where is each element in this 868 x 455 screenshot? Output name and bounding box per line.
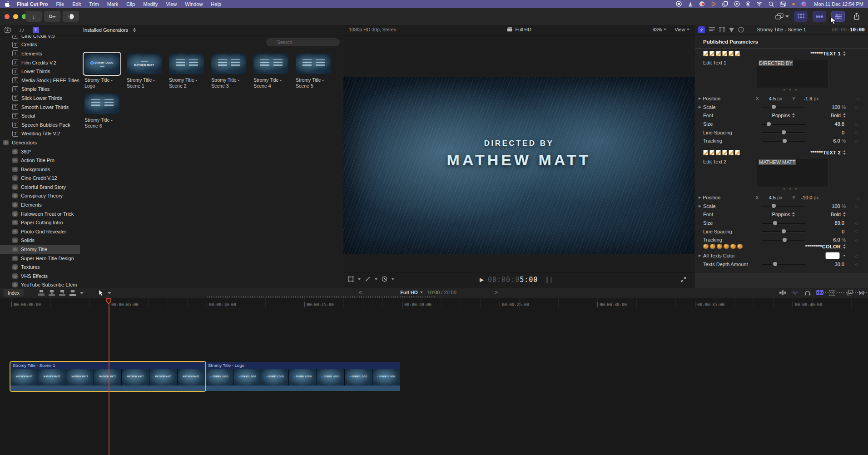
crop-tool-icon[interactable] bbox=[348, 276, 354, 282]
enhancement-wand-icon[interactable] bbox=[365, 276, 371, 282]
font-dropdown[interactable]: Poppins bbox=[754, 113, 813, 118]
overwrite-edit-icon[interactable] bbox=[69, 290, 76, 296]
sidebar-item[interactable]: ◎ YouTube Subscribe Elem bbox=[0, 281, 80, 288]
sidebar-item[interactable]: T Film Credits V.2 bbox=[0, 58, 80, 67]
generator-item[interactable]: DUMMY LOGO Stromy Title - Logo bbox=[84, 54, 119, 89]
chevron-down-icon[interactable] bbox=[80, 292, 84, 294]
parameter-value[interactable]: 100% bbox=[813, 203, 846, 209]
keyframe-button[interactable]: ◇ bbox=[846, 138, 868, 143]
keyframe-button[interactable]: ◇ bbox=[846, 262, 868, 267]
timeline-ruler[interactable]: 00:00:00:00 00:00:05:00 00:00:10:00 00:0… bbox=[0, 298, 868, 308]
updown-chevron-icon[interactable] bbox=[133, 28, 136, 32]
browser-title[interactable]: Installed Generators bbox=[83, 27, 128, 33]
sidebar-item[interactable]: T Speech Bubbles Pack bbox=[0, 120, 80, 129]
video-inspector-tab[interactable] bbox=[719, 27, 725, 32]
generator-thumbnail[interactable] bbox=[169, 54, 204, 74]
parameter-value[interactable]: 0 bbox=[813, 229, 846, 234]
sidebar-item[interactable]: ◎ Paper Cutting Intro bbox=[0, 218, 80, 227]
video-canvas[interactable]: DIRECTED BY MATHEW MATT bbox=[343, 77, 694, 254]
spotlight-icon[interactable] bbox=[769, 1, 774, 7]
menu-item[interactable]: Final Cut Pro bbox=[13, 1, 52, 7]
sidebar-item[interactable]: T Lower Thirds bbox=[0, 67, 80, 76]
timeline-clip-scene1[interactable]: Stromy Title - Scene 1 MATHEW MATT MATHE… bbox=[10, 362, 205, 391]
generator-item[interactable]: Stromy Title - Scene 5 bbox=[296, 54, 331, 89]
sidebar-item[interactable]: ◎ Colorful Brand Story bbox=[0, 183, 80, 192]
parameter-value[interactable]: 100% bbox=[813, 104, 846, 110]
generator-item[interactable]: MATHEW MATT Stromy Title - Scene 1 bbox=[127, 54, 162, 89]
section-name[interactable]: ******TEXT 2 bbox=[810, 150, 846, 155]
section-name[interactable]: ********COLOR bbox=[805, 244, 846, 249]
keyframe-button[interactable]: ◇ bbox=[848, 195, 868, 200]
keyframe-button[interactable]: ◇ bbox=[848, 96, 868, 101]
menu-item[interactable]: Trim bbox=[85, 1, 103, 7]
generator-item[interactable]: Stromy Title - Scene 6 bbox=[84, 94, 119, 129]
sidebar-item[interactable]: ◎ Generators bbox=[0, 138, 80, 147]
sidebar-item[interactable]: T Elements bbox=[0, 49, 80, 58]
next-item-button[interactable]: > bbox=[495, 289, 498, 296]
menu-item[interactable]: Help bbox=[207, 1, 225, 7]
play-app-icon[interactable] bbox=[711, 1, 716, 7]
parameter-value[interactable]: 30.0 bbox=[813, 262, 846, 267]
font-style-dropdown[interactable]: Bold bbox=[813, 212, 846, 217]
sidebar-item[interactable]: ◎ Haloween Treat or Trick bbox=[0, 209, 80, 218]
browser-toggle-button[interactable] bbox=[794, 11, 808, 22]
import-media-button[interactable]: ↓ bbox=[25, 11, 42, 22]
sidebar-item[interactable]: T Media Stock | FREE Titles bbox=[0, 76, 80, 85]
color-inspector-tab[interactable] bbox=[729, 28, 734, 32]
timeline-clip-logo[interactable]: Stromy Title - Logo DUMMY LOGO DUMMY LOG… bbox=[206, 362, 400, 391]
sidebar-item[interactable]: ◎ Photo Grid Revealer bbox=[0, 227, 80, 236]
parameter-value[interactable]: 0 bbox=[813, 130, 846, 135]
slider-control[interactable] bbox=[754, 139, 813, 143]
chevron-down-icon[interactable] bbox=[108, 292, 111, 294]
generator-thumbnail[interactable] bbox=[84, 94, 119, 114]
menu-item[interactable]: Modify bbox=[139, 1, 162, 7]
slider-control[interactable] bbox=[754, 262, 813, 266]
effects-tab-icon[interactable] bbox=[5, 27, 11, 33]
background-tasks-button[interactable] bbox=[63, 11, 79, 22]
chevron-down-icon[interactable] bbox=[375, 278, 377, 280]
apple-menu-icon[interactable] bbox=[5, 1, 10, 7]
sidebar-item[interactable]: ◎ Stromy Title bbox=[0, 245, 80, 254]
sidebar-item[interactable]: T Simple Titles bbox=[0, 85, 80, 94]
keyword-editor-button[interactable] bbox=[44, 11, 60, 22]
sidebar-item[interactable]: ◎ Solids bbox=[0, 236, 80, 245]
resize-handle[interactable]: ● ● ● bbox=[757, 88, 825, 92]
chevron-down-icon[interactable] bbox=[358, 278, 361, 280]
slider-control[interactable] bbox=[754, 130, 813, 134]
parameter-value[interactable]: 89.0 bbox=[813, 220, 846, 226]
minimize-window-button[interactable] bbox=[13, 14, 18, 19]
menu-item[interactable]: View bbox=[162, 1, 181, 7]
xy-fields[interactable]: X 4.5px Y -10.0px bbox=[748, 195, 818, 200]
sidebar-item[interactable]: ◎ Action Title Pro bbox=[0, 156, 80, 165]
zoom-level-dropdown[interactable]: 93% bbox=[652, 27, 666, 32]
share-button[interactable] bbox=[850, 11, 863, 22]
view-dropdown[interactable]: View bbox=[675, 27, 689, 32]
control-center-icon[interactable] bbox=[780, 1, 786, 7]
disclosure-triangle[interactable]: ▶ bbox=[699, 105, 703, 109]
keyframe-button[interactable]: ◇ bbox=[846, 253, 868, 258]
screen-record-icon[interactable] bbox=[676, 1, 682, 7]
slider-control[interactable] bbox=[754, 229, 813, 233]
sidebar-item[interactable]: T Social bbox=[0, 111, 80, 120]
index-button[interactable]: Index bbox=[4, 289, 24, 297]
sidebar-item[interactable]: ◎ Cine Credit V.12 bbox=[0, 174, 80, 183]
connect-edit-icon[interactable] bbox=[38, 290, 45, 296]
slider-control[interactable] bbox=[754, 122, 813, 126]
edit-text-field[interactable]: DIRECTED BY bbox=[757, 59, 828, 88]
sidebar-item[interactable]: T Credits bbox=[0, 40, 80, 49]
menu-item[interactable]: Clip bbox=[122, 1, 139, 7]
siri-icon[interactable] bbox=[801, 1, 807, 7]
disclosure-triangle[interactable]: ▶ bbox=[699, 254, 703, 257]
keyframe-button[interactable]: ◇ bbox=[846, 130, 868, 135]
menu-item[interactable]: Mark bbox=[103, 1, 122, 7]
keyframe-button[interactable]: ◇ bbox=[846, 221, 868, 226]
workspace-layout-button[interactable] bbox=[775, 13, 789, 20]
sidebar-item[interactable]: T Slick Lower Thirds bbox=[0, 94, 80, 103]
fullscreen-icon[interactable] bbox=[680, 277, 686, 282]
disclosure-triangle[interactable]: ▶ bbox=[699, 196, 703, 199]
generator-thumbnail[interactable]: DUMMY LOGO bbox=[84, 54, 119, 74]
append-edit-icon[interactable] bbox=[59, 290, 65, 296]
sidebar-item[interactable]: T Smooth Lower Thirds bbox=[0, 103, 80, 112]
sidebar-item[interactable]: ◎ Super Hero Title Design bbox=[0, 254, 80, 263]
generator-item[interactable]: Stromy Title - Scene 3 bbox=[211, 54, 246, 89]
